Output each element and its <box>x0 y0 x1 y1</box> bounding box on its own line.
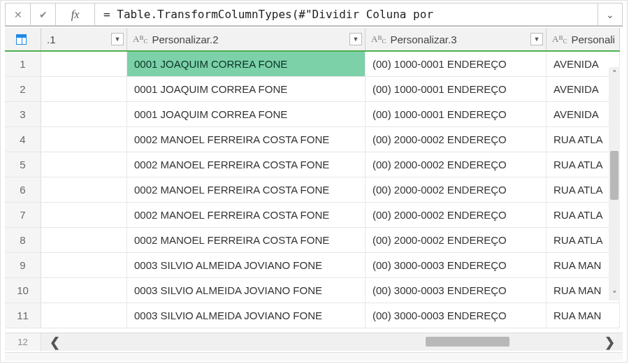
cell-c2[interactable]: 0002 MANOEL FERREIRA COSTA FONE <box>127 177 366 202</box>
horizontal-scrollbar[interactable]: ❮ ❯ <box>41 333 623 351</box>
cell-c1[interactable] <box>41 228 127 252</box>
cell-c1[interactable] <box>41 77 127 101</box>
expand-formula-button[interactable]: ⌄ <box>598 3 623 26</box>
column-label: Personali <box>571 34 615 45</box>
formula-text: = Table.TransformColumnTypes(#"Dividir C… <box>103 8 433 21</box>
chevron-up-icon: ˄ <box>612 68 617 79</box>
row-number[interactable]: 2 <box>5 77 41 101</box>
table-row[interactable]: 20001 JOAQUIM CORREA FONE(00) 1000-0001 … <box>5 77 620 102</box>
chevron-down-icon: ˅ <box>612 289 617 300</box>
table-row[interactable]: 70002 MANOEL FERREIRA COSTA FONE(00) 200… <box>5 203 620 228</box>
check-icon: ✔ <box>39 9 48 20</box>
table-row[interactable]: 10001 JOAQUIM CORREA FONE(00) 1000-0001 … <box>5 52 620 77</box>
formula-bar: ✕ ✔ fx = Table.TransformColumnTypes(#"Di… <box>5 3 623 27</box>
column-header-c1[interactable]: .1 ▼ <box>41 28 127 50</box>
filter-button[interactable]: ▼ <box>349 33 362 45</box>
row-number[interactable]: 3 <box>5 102 41 126</box>
fx-label: fx <box>55 3 94 26</box>
column-label: Personalizar.2 <box>152 34 218 45</box>
vertical-scrollbar[interactable]: ˄ ˅ <box>609 67 620 300</box>
filter-button[interactable]: ▼ <box>111 33 124 45</box>
cell-c3[interactable]: (00) 2000-0002 ENDEREÇO <box>366 127 547 152</box>
cell-c3[interactable]: (00) 3000-0003 ENDEREÇO <box>366 303 547 328</box>
cell-c3[interactable]: (00) 2000-0002 ENDEREÇO <box>366 177 547 202</box>
column-label: Personalizar.3 <box>390 34 456 45</box>
cell-c1[interactable] <box>41 303 127 328</box>
row-number[interactable]: 9 <box>5 253 41 277</box>
cell-c2[interactable]: 0003 SILVIO ALMEIDA JOVIANO FONE <box>127 253 366 277</box>
cell-c1[interactable] <box>41 177 127 202</box>
cell-c1[interactable] <box>41 253 127 277</box>
table-row[interactable]: 60002 MANOEL FERREIRA COSTA FONE(00) 200… <box>5 177 620 203</box>
text-type-icon: ABC <box>133 34 147 45</box>
cell-c1[interactable] <box>41 278 127 303</box>
scroll-right-button[interactable]: ❯ <box>600 333 619 351</box>
column-header-row: .1 ▼ ABC Personalizar.2 ▼ ABC Personaliz… <box>5 28 620 52</box>
cell-c2[interactable]: 0001 JOAQUIM CORREA FONE <box>127 77 366 101</box>
row-number[interactable]: 4 <box>5 127 41 152</box>
cell-c3[interactable]: (00) 2000-0002 ENDEREÇO <box>366 228 547 252</box>
cell-c1[interactable] <box>41 102 127 126</box>
cell-c1[interactable] <box>41 203 127 227</box>
cell-c2[interactable]: 0002 MANOEL FERREIRA COSTA FONE <box>127 228 366 252</box>
chevron-right-icon: ❯ <box>605 335 615 350</box>
column-header-c4[interactable]: ABC Personali <box>547 28 620 50</box>
scroll-thumb[interactable] <box>610 151 619 200</box>
partial-row-number: 12 <box>5 333 41 351</box>
cell-c3[interactable]: (00) 1000-0001 ENDEREÇO <box>366 102 547 126</box>
scroll-left-button[interactable]: ❮ <box>45 333 64 351</box>
row-number[interactable]: 10 <box>5 278 41 303</box>
cell-c4[interactable]: RUA MAN <box>547 303 620 328</box>
cell-c3[interactable]: (00) 2000-0002 ENDEREÇO <box>366 152 547 177</box>
scroll-down-button[interactable]: ˅ <box>609 288 620 300</box>
row-number[interactable]: 8 <box>5 228 41 252</box>
cell-c2[interactable]: 0003 SILVIO ALMEIDA JOVIANO FONE <box>127 303 366 328</box>
horizontal-scrollbar-area: 12 ❮ ❯ <box>5 333 623 351</box>
cell-c2[interactable]: 0001 JOAQUIM CORREA FONE <box>127 102 366 126</box>
data-grid: .1 ▼ ABC Personalizar.2 ▼ ABC Personaliz… <box>5 28 623 330</box>
row-number[interactable]: 1 <box>5 52 41 76</box>
cell-c1[interactable] <box>41 152 127 177</box>
cell-c2[interactable]: 0002 MANOEL FERREIRA COSTA FONE <box>127 152 366 177</box>
cell-c1[interactable] <box>41 127 127 152</box>
cell-c3[interactable]: (00) 3000-0003 ENDEREÇO <box>366 253 547 277</box>
cell-c2[interactable]: 0002 MANOEL FERREIRA COSTA FONE <box>127 127 366 152</box>
table-row[interactable]: 100003 SILVIO ALMEIDA JOVIANO FONE(00) 3… <box>5 278 620 303</box>
table-row[interactable]: 50002 MANOEL FERREIRA COSTA FONE(00) 200… <box>5 152 620 177</box>
text-type-icon: ABC <box>552 34 567 45</box>
text-type-icon: ABC <box>371 34 386 45</box>
cell-c2[interactable]: 0001 JOAQUIM CORREA FONE <box>127 52 366 76</box>
table-row[interactable]: 40002 MANOEL FERREIRA COSTA FONE(00) 200… <box>5 127 620 152</box>
cell-c3[interactable]: (00) 1000-0001 ENDEREÇO <box>366 52 547 76</box>
row-number[interactable]: 11 <box>5 303 41 328</box>
chevron-down-icon: ⌄ <box>606 9 614 20</box>
table-row[interactable]: 90003 SILVIO ALMEIDA JOVIANO FONE(00) 30… <box>5 253 620 278</box>
scroll-up-button[interactable]: ˄ <box>609 67 620 80</box>
cancel-button[interactable]: ✕ <box>5 3 30 26</box>
select-all-header[interactable] <box>5 28 41 50</box>
column-label: .1 <box>47 34 56 45</box>
cell-c3[interactable]: (00) 3000-0003 ENDEREÇO <box>366 278 547 303</box>
cell-c2[interactable]: 0003 SILVIO ALMEIDA JOVIANO FONE <box>127 278 366 303</box>
table-row[interactable]: 80002 MANOEL FERREIRA COSTA FONE(00) 200… <box>5 228 620 253</box>
row-number[interactable]: 5 <box>5 152 41 177</box>
confirm-button[interactable]: ✔ <box>30 3 55 26</box>
table-row[interactable]: 30001 JOAQUIM CORREA FONE(00) 1000-0001 … <box>5 102 620 127</box>
cell-c1[interactable] <box>41 52 127 76</box>
cell-c3[interactable]: (00) 1000-0001 ENDEREÇO <box>366 77 547 101</box>
cell-c3[interactable]: (00) 2000-0002 ENDEREÇO <box>366 203 547 227</box>
filter-button[interactable]: ▼ <box>530 33 543 45</box>
hscroll-thumb[interactable] <box>426 337 509 347</box>
row-number[interactable]: 6 <box>5 177 41 202</box>
row-number[interactable]: 7 <box>5 203 41 227</box>
x-icon: ✕ <box>14 9 22 20</box>
column-header-c2[interactable]: ABC Personalizar.2 ▼ <box>127 28 366 50</box>
status-bar <box>5 352 623 361</box>
chevron-left-icon: ❮ <box>50 335 60 350</box>
table-row[interactable]: 110003 SILVIO ALMEIDA JOVIANO FONE(00) 3… <box>5 303 620 328</box>
formula-input[interactable]: = Table.TransformColumnTypes(#"Dividir C… <box>94 3 598 26</box>
cell-c2[interactable]: 0002 MANOEL FERREIRA COSTA FONE <box>127 203 366 227</box>
column-header-c3[interactable]: ABC Personalizar.3 ▼ <box>366 28 547 50</box>
table-icon <box>16 34 27 45</box>
